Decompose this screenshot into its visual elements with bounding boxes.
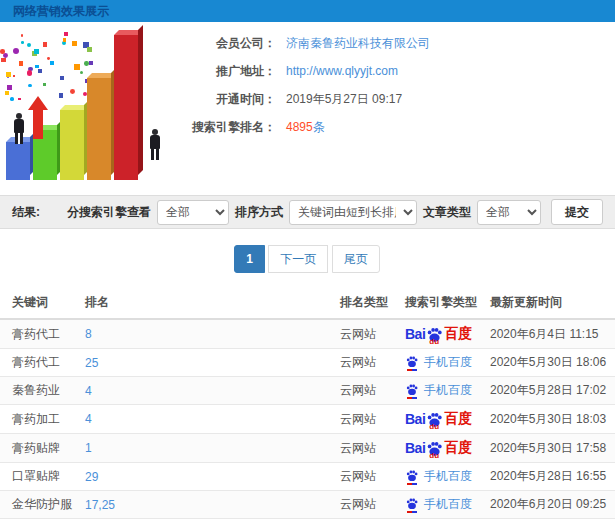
col-keyword: 关键词 [0,287,73,319]
sort-select[interactable]: 关键词由短到长排序 [289,200,417,225]
baidu-logo-bai-text: Bai [405,440,425,456]
keyword-cell: 膏药代工 [0,349,73,377]
sort-label: 排序方式 [235,204,283,221]
engine-cell: Bai du 百度 手机百度 [393,319,478,349]
article-type-select[interactable]: 全部 [477,200,541,225]
chart-bar-4 [87,78,111,180]
chart-bar-1 [6,142,30,180]
baidu-paw-icon: du [426,326,443,343]
baidu-logo-cn-text: 百度 [444,439,472,457]
rank-type-cell: 云网站 [328,377,393,405]
member-company-link[interactable]: 济南秦鲁药业科技有限公司 [286,35,430,52]
mobile-baidu-logo: 手机百度 [405,354,472,371]
table-row: 口罩贴牌 29 云网站 Bai du 百度 手机百度 2020年5月28日 16… [0,463,615,491]
updated-cell: 2020年5月30日 17:58 [478,434,615,463]
rank-type-cell: 云网站 [328,463,393,491]
engine-cell: Bai du 百度 手机百度 [393,491,478,519]
pagination: 1 下一页 尾页 [0,245,615,273]
rank-count: 4895 [286,120,313,134]
mobile-baidu-paw-icon [405,383,419,399]
rank-type-cell: 云网站 [328,349,393,377]
rank-link[interactable]: 1 [85,441,92,455]
rank-link[interactable]: 29 [85,470,98,484]
rank-cell: 17,25 [73,491,328,519]
rank-unit[interactable]: 条 [313,120,325,134]
rank-type-cell: 云网站 [328,491,393,519]
promo-url-label: 推广地址： [178,63,276,80]
mobile-baidu-label: 手机百度 [424,382,472,399]
chart-bar-3 [60,110,84,180]
engine-rank-label: 搜索引擎排名： [178,119,276,136]
baidu-pc-logo: Bai du 百度 [405,410,472,428]
keyword-cell: 膏药加工 [0,405,73,434]
submit-button[interactable]: 提交 [551,199,603,225]
rank-type-cell: 云网站 [328,434,393,463]
engine-cell: Bai du 百度 手机百度 [393,405,478,434]
mobile-baidu-paw-icon [405,469,419,485]
baidu-paw-icon: du [426,440,443,457]
mobile-baidu-paw-icon [405,497,419,513]
page-1-button[interactable]: 1 [234,245,265,273]
rank-link[interactable]: 4 [85,412,92,426]
hero-section: 会员公司： 济南秦鲁药业科技有限公司 推广地址： http://www.qlyy… [0,30,615,195]
table-row: 膏药加工 4 云网站 Bai du 百度 手机百度 2020年5月30日 18:… [0,405,615,434]
filter-bar: 结果: 分搜索引擎查看 全部 排序方式 关键词由短到长排序 文章类型 全部 提交 [0,195,615,229]
keyword-cell: 秦鲁药业 [0,377,73,405]
baidu-logo-du-text: du [429,422,439,431]
table-row: 膏药代工 25 云网站 Bai du 百度 手机百度 2020年5月30日 18… [0,349,615,377]
baidu-paw-icon: du [426,411,443,428]
page-title: 网络营销效果展示 [13,3,109,20]
rank-link[interactable]: 17,25 [85,498,115,512]
promo-url-link[interactable]: http://www.qlyyjt.com [286,64,398,78]
filter-controls: 分搜索引擎查看 全部 排序方式 关键词由短到长排序 文章类型 全部 提交 [67,199,603,225]
updated-cell: 2020年5月30日 18:03 [478,405,615,434]
rank-link[interactable]: 4 [85,384,92,398]
keyword-cell: 口罩贴牌 [0,463,73,491]
member-company-label: 会员公司： [178,35,276,52]
col-rank-type: 排名类型 [328,287,393,319]
engine-rank-row: 搜索引擎排名： 4895条 [178,118,615,136]
col-rank: 排名 [73,287,328,319]
chart-bar-5 [114,35,138,180]
keyword-cell: 膏药贴牌 [0,434,73,463]
promo-url-row: 推广地址： http://www.qlyyjt.com [178,62,615,80]
baidu-logo-du-text: du [429,451,439,460]
rank-type-cell: 云网站 [328,405,393,434]
last-page-button[interactable]: 尾页 [332,245,380,273]
rank-cell: 4 [73,377,328,405]
open-time-value: 2019年5月27日 09:17 [286,91,402,108]
col-updated: 最新更新时间 [478,287,615,319]
updated-cell: 2020年5月30日 18:06 [478,349,615,377]
next-page-button[interactable]: 下一页 [268,245,328,273]
engine-cell: Bai du 百度 手机百度 [393,349,478,377]
rank-cell: 4 [73,405,328,434]
results-label: 结果: [12,204,40,221]
table-row: 膏药贴牌 1 云网站 Bai du 百度 手机百度 2020年5月30日 17:… [0,434,615,463]
updated-cell: 2020年5月28日 17:02 [478,377,615,405]
rank-cell: 1 [73,434,328,463]
member-info-panel: 会员公司： 济南秦鲁药业科技有限公司 推广地址： http://www.qlyy… [178,34,615,146]
rank-cell: 8 [73,319,328,349]
engine-cell: Bai du 百度 手机百度 [393,463,478,491]
article-type-label: 文章类型 [423,204,471,221]
open-time-row: 开通时间： 2019年5月27日 09:17 [178,90,615,108]
up-arrow-icon [28,96,48,142]
rank-link[interactable]: 25 [85,356,98,370]
updated-cell: 2020年5月28日 16:55 [478,463,615,491]
table-row: 金华防护服 17,25 云网站 Bai du 百度 手机百度 2020年6月20… [0,491,615,519]
engine-cell: Bai du 百度 手机百度 [393,377,478,405]
mobile-baidu-label: 手机百度 [424,496,472,513]
engine-filter-label: 分搜索引擎查看 [67,204,151,221]
mobile-baidu-logo: 手机百度 [405,382,472,399]
baidu-logo-cn-text: 百度 [444,410,472,428]
open-time-label: 开通时间： [178,91,276,108]
baidu-logo-bai-text: Bai [405,326,425,342]
mobile-baidu-paw-icon [405,355,419,371]
baidu-logo-du-text: du [429,337,439,346]
engine-filter-select[interactable]: 全部 [157,200,229,225]
baidu-pc-logo: Bai du 百度 [405,325,472,343]
table-row: 秦鲁药业 4 云网站 Bai du 百度 手机百度 2020年5月28日 17:… [0,377,615,405]
engine-cell: Bai du 百度 手机百度 [393,434,478,463]
updated-cell: 2020年6月4日 11:15 [478,319,615,349]
rank-link[interactable]: 8 [85,327,92,341]
